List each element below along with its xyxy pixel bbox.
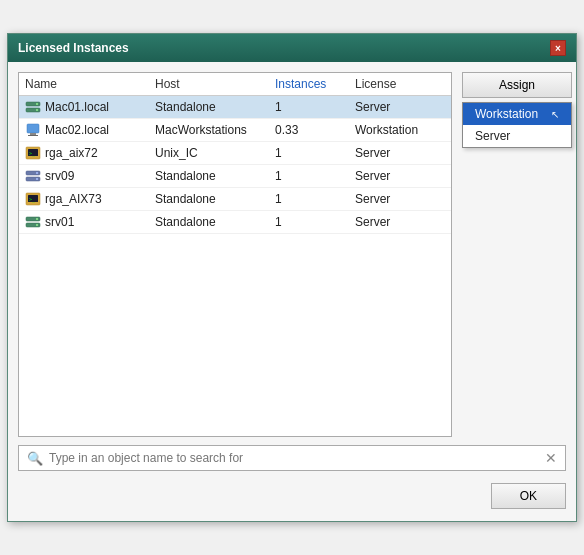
dialog-body: Name Host Instances License Mac01.local [8,62,576,521]
table-row[interactable]: Mac01.local Standalone 1 Server [19,96,451,119]
bottom-area: OK [18,479,566,511]
row-instances: 0.33 [275,123,355,137]
row-host: Standalone [155,215,275,229]
row-instances: 1 [275,146,355,160]
server-icon [25,99,41,115]
table-row[interactable]: srv09 Standalone 1 Server [19,165,451,188]
row-name: Mac01.local [25,99,155,115]
server3-icon [25,214,41,230]
assign-dropdown: Workstation ↖ Server [462,102,572,148]
unix2-icon: >_ [25,191,41,207]
workstation-icon [25,122,41,138]
cursor-icon: ↖ [551,109,559,120]
svg-point-20 [36,224,38,226]
instance-table: Name Host Instances License Mac01.local [18,72,452,437]
row-host: MacWorkstations [155,123,275,137]
row-license: Server [355,146,445,160]
svg-point-3 [36,109,38,111]
row-name: srv01 [25,214,155,230]
row-license: Server [355,169,445,183]
search-icon: 🔍 [27,451,43,466]
row-instances: 1 [275,192,355,206]
col-header-license: License [355,77,445,91]
search-bar: 🔍 ✕ [18,445,566,471]
close-button[interactable]: × [550,40,566,56]
row-instances: 1 [275,100,355,114]
svg-point-19 [36,218,38,220]
server2-icon [25,168,41,184]
row-name: Mac02.local [25,122,155,138]
row-instances: 1 [275,215,355,229]
row-license: Server [355,215,445,229]
row-name: >_ rga_AIX73 [25,191,155,207]
licensed-instances-dialog: Licensed Instances × Name Host Instances… [7,33,577,522]
table-body[interactable]: Mac01.local Standalone 1 Server Mac02.lo… [19,96,451,436]
table-header: Name Host Instances License [19,73,451,96]
col-header-instances: Instances [275,77,355,91]
svg-point-13 [36,178,38,180]
svg-rect-4 [27,124,39,133]
table-row[interactable]: srv01 Standalone 1 Server [19,211,451,234]
row-license: Workstation [355,123,445,137]
top-area: Name Host Instances License Mac01.local [18,72,566,437]
dropdown-item-server[interactable]: Server [463,125,571,147]
right-panel: Assign Workstation ↖ Server [462,72,572,148]
svg-rect-5 [30,133,36,135]
table-row[interactable]: >_ rga_AIX73 Standalone 1 Server [19,188,451,211]
row-license: Server [355,192,445,206]
svg-point-12 [36,172,38,174]
col-header-name: Name [25,77,155,91]
ok-button[interactable]: OK [491,483,566,509]
svg-rect-6 [28,135,38,136]
row-name: >_ rga_aix72 [25,145,155,161]
title-bar: Licensed Instances × [8,34,576,62]
dropdown-item-workstation[interactable]: Workstation ↖ [463,103,571,125]
search-input[interactable] [49,451,539,465]
assign-button[interactable]: Assign [462,72,572,98]
table-row[interactable]: Mac02.local MacWorkstations 0.33 Worksta… [19,119,451,142]
table-row[interactable]: >_ rga_aix72 Unix_IC 1 Server [19,142,451,165]
row-instances: 1 [275,169,355,183]
dialog-title: Licensed Instances [18,41,129,55]
svg-text:>_: >_ [29,196,36,203]
row-name: srv09 [25,168,155,184]
row-host: Standalone [155,100,275,114]
svg-text:>_: >_ [29,150,36,157]
col-header-host: Host [155,77,275,91]
unix-icon: >_ [25,145,41,161]
row-host: Unix_IC [155,146,275,160]
row-host: Standalone [155,192,275,206]
svg-point-2 [36,103,38,105]
search-clear-icon[interactable]: ✕ [545,450,557,466]
row-host: Standalone [155,169,275,183]
row-license: Server [355,100,445,114]
